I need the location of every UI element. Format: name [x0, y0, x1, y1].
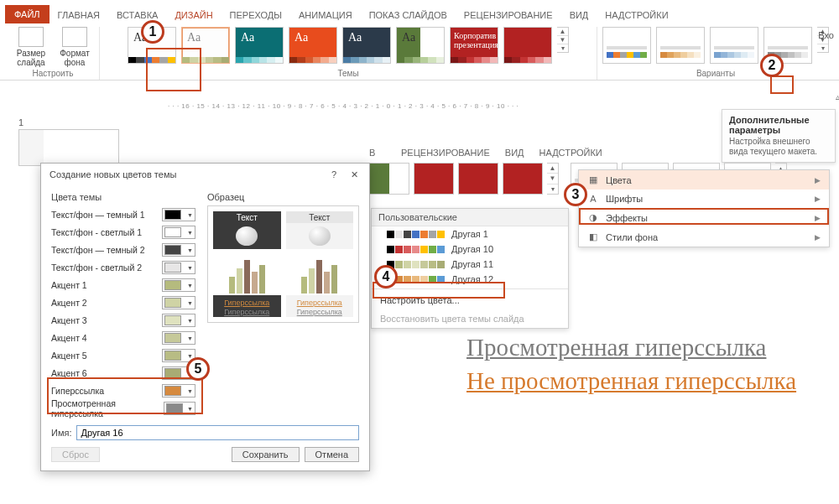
- slide-panel: 1: [18, 117, 144, 166]
- dialog-close-button[interactable]: ✕: [344, 169, 364, 180]
- mid-theme-thumb[interactable]: [414, 163, 454, 195]
- tab-transitions[interactable]: ПЕРЕХОДЫ: [221, 7, 290, 23]
- color-row: Текст/фон — темный 1▼: [51, 207, 195, 222]
- tab-addins[interactable]: НАДСТРОЙКИ: [597, 7, 676, 23]
- mid-themes-more[interactable]: ▲▼▾: [547, 163, 559, 195]
- theme-thumb[interactable]: Aa: [289, 27, 337, 64]
- color-dropdown[interactable]: ▼: [162, 261, 195, 274]
- color-row-label: Текст/фон - светлый 1: [51, 227, 142, 237]
- color-swatch: [164, 333, 181, 343]
- mid-tab-review[interactable]: РЕЦЕНЗИРОВАНИЕ: [401, 148, 490, 158]
- mid-theme-thumb[interactable]: [458, 163, 498, 195]
- color-dropdown[interactable]: ▼: [162, 296, 195, 309]
- color-dropdown[interactable]: ▼: [162, 208, 195, 221]
- collapse-ribbon-icon[interactable]: ▵: [836, 92, 839, 101]
- color-scheme-item[interactable]: Другая 1: [372, 226, 568, 242]
- background-format-label: Формат фона: [55, 49, 94, 67]
- group-customize: Размер слайда Формат фона Настроить: [7, 27, 100, 80]
- slide-size-button[interactable]: Размер слайда: [12, 27, 50, 67]
- tab-review[interactable]: РЕЦЕНЗИРОВАНИЕ: [456, 7, 561, 23]
- color-row: Текст/фон - светлый 1▼: [51, 225, 195, 240]
- tab-slideshow[interactable]: ПОКАЗ СЛАЙДОВ: [361, 7, 456, 23]
- theme-thumb[interactable]: Aa: [396, 27, 445, 64]
- chevron-down-icon: ▼: [187, 212, 195, 218]
- color-row-label: Акцент 3: [51, 315, 87, 325]
- slide-number: 1: [18, 117, 144, 127]
- preview-text-dark: Текст: [213, 211, 281, 223]
- mid-tab-prev: В: [369, 148, 386, 158]
- bgstyles-icon: ◧: [587, 231, 599, 242]
- color-row: Текст/фон - светлый 2▼: [51, 260, 195, 275]
- colors-dropdown: Пользовательские Другая 1 Другая 10 Друг…: [371, 208, 569, 329]
- color-row-label: Текст/фон - светлый 2: [51, 262, 142, 273]
- menu-colors-label: Цвета: [606, 175, 632, 185]
- variants-gallery[interactable]: ▲▼▾: [602, 27, 829, 69]
- theme-thumb[interactable]: Aa: [342, 27, 391, 64]
- callout-2: 2: [760, 54, 784, 77]
- preview-vlink: Гиперссылка: [297, 308, 342, 316]
- menu-bg-label: Стили фона: [606, 232, 658, 242]
- sample-links: Просмотренная гиперссылка Не просмотренн…: [466, 330, 796, 397]
- color-scheme-label: Другая 10: [451, 244, 493, 254]
- variant-thumb[interactable]: [656, 27, 705, 64]
- theme-thumb[interactable]: Aa: [235, 27, 284, 64]
- highlight-3: [579, 208, 829, 225]
- tab-file[interactable]: ФАЙЛ: [5, 5, 50, 23]
- menu-fonts[interactable]: AШрифты▶: [579, 190, 829, 208]
- ribbon-tabbar: ФАЙЛ ГЛАВНАЯ ВСТАВКА ДИЗАЙН ПЕРЕХОДЫ АНИ…: [0, 0, 839, 23]
- dlg-cancel-button[interactable]: Отмена: [305, 447, 359, 462]
- dialog-help-button[interactable]: ?: [324, 169, 344, 179]
- reset-colors-cmd: Восстановить цвета темы слайда: [372, 309, 568, 328]
- preview-vlink: Гиперссылка: [224, 308, 269, 316]
- color-dropdown[interactable]: ▼: [162, 331, 195, 345]
- callout-5: 5: [186, 357, 210, 381]
- preview-shape-icon: [236, 226, 258, 246]
- variant-thumb[interactable]: [602, 27, 651, 64]
- tab-view[interactable]: ВИД: [561, 7, 597, 23]
- background-format-button[interactable]: Формат фона: [55, 27, 94, 67]
- color-dropdown[interactable]: ▼: [162, 278, 195, 292]
- color-scheme-item[interactable]: Другая 10: [372, 242, 568, 257]
- preview-text-light: Текст: [286, 211, 354, 223]
- tab-design[interactable]: ДИЗАЙН: [166, 7, 221, 23]
- chevron-down-icon: ▼: [187, 247, 195, 253]
- color-dropdown[interactable]: ▼: [162, 226, 195, 239]
- mid-tab-view[interactable]: ВИД: [505, 148, 524, 158]
- theme-colors-dialog: Создание новых цветов темы ? ✕ Цвета тем…: [40, 163, 370, 471]
- mid-tab-addins[interactable]: НАДСТРОЙКИ: [539, 148, 602, 158]
- background-format-icon: [62, 27, 87, 47]
- variant-thumb[interactable]: [710, 27, 758, 64]
- callout-3: 3: [564, 183, 587, 206]
- dlg-preview: Текст ГиперссылкаГиперссылка Текст Гипер…: [207, 205, 359, 323]
- dlg-save-button[interactable]: Сохранить: [232, 447, 300, 462]
- color-row: Акцент 3▼: [51, 313, 195, 328]
- theme-thumb[interactable]: Корпоративпрезентация: [450, 27, 498, 64]
- group-customize-title: Настроить: [33, 69, 74, 80]
- menu-colors[interactable]: ▦Цвета▶: [579, 170, 829, 190]
- color-swatch: [164, 298, 181, 308]
- color-row: Акцент 5▼: [51, 348, 195, 363]
- color-scheme-item[interactable]: Другая 11: [372, 257, 568, 272]
- login-link[interactable]: Вхо: [818, 30, 834, 40]
- sample-unvisited-link: Не просмотренная гиперссылка: [466, 364, 796, 397]
- chevron-down-icon: ▼: [187, 265, 195, 271]
- color-row: Акцент 4▼: [51, 330, 195, 346]
- color-dropdown[interactable]: ▼: [162, 243, 195, 257]
- slide-thumbnail[interactable]: [18, 129, 119, 166]
- dialog-title: Создание новых цветов темы: [50, 169, 176, 179]
- tab-animation[interactable]: АНИМАЦИЯ: [290, 7, 361, 23]
- tab-home[interactable]: ГЛАВНАЯ: [50, 7, 108, 23]
- ribbon: Размер слайда Формат фона Настроить Aa A…: [0, 23, 839, 81]
- mid-theme-thumb[interactable]: [369, 163, 409, 195]
- mid-theme-thumb[interactable]: [503, 163, 543, 195]
- dlg-left-caption: Цвета темы: [51, 192, 195, 202]
- chevron-down-icon: ▼: [187, 335, 195, 341]
- menu-background-styles[interactable]: ◧Стили фона▶: [579, 227, 829, 247]
- theme-thumb[interactable]: [503, 27, 552, 64]
- color-row: Акцент 1▼: [51, 278, 195, 293]
- color-row-label: Акцент 2: [51, 298, 87, 308]
- themes-more-button[interactable]: ▲▼▾: [557, 27, 569, 53]
- color-row: Акцент 2▼: [51, 295, 195, 310]
- color-dropdown[interactable]: ▼: [162, 314, 195, 327]
- dlg-name-input[interactable]: [76, 425, 359, 440]
